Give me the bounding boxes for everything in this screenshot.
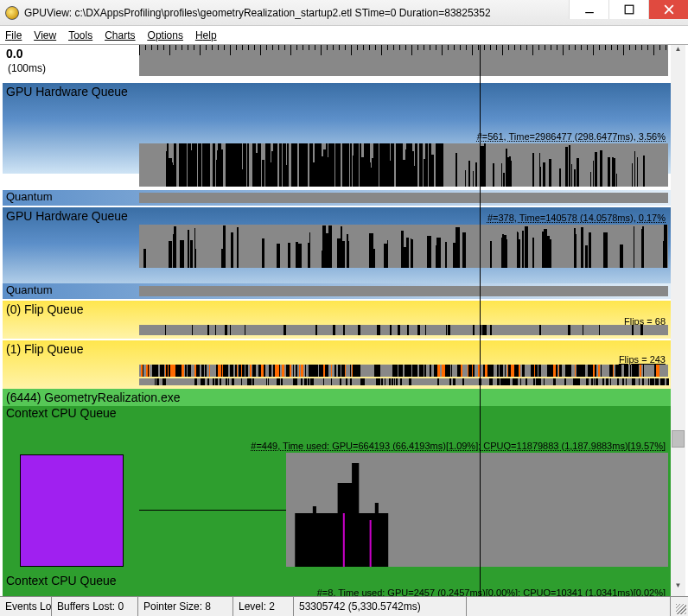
- flip-queue-1-title: (1) Flip Queue: [3, 340, 671, 358]
- menu-charts[interactable]: Charts: [105, 29, 135, 41]
- time-ruler[interactable]: 0.0 (100ms): [3, 45, 671, 83]
- status-events: Events Lo: [0, 597, 52, 616]
- quantum-label-2: Quantum: [6, 283, 52, 296]
- status-empty: [467, 597, 671, 616]
- svg-rect-1: [625, 5, 634, 14]
- gpu-hw-queue-2-stats: #=378, Time=140578 (14.0578ms), 0.17%: [487, 213, 666, 223]
- menu-view[interactable]: View: [34, 29, 56, 41]
- main-panel: 0.0 (100ms) GPU Hardware Queue #=561, Ti…: [3, 45, 685, 596]
- gpu-hw-queue-1: GPU Hardware Queue #=561, Time=2986477 (…: [3, 83, 671, 174]
- status-time: 53305742 (5,330.5742ms): [294, 597, 467, 616]
- quantum-row-2: Quantum: [3, 283, 671, 299]
- context-cpu-queue-2-title: Context CPU Queue: [3, 574, 671, 587]
- ruler-unit: (100ms): [8, 62, 46, 74]
- menu-tools[interactable]: Tools: [68, 29, 92, 41]
- barcode-4b: [139, 378, 668, 385]
- context-cpu-queue-1-thumb[interactable]: [20, 454, 124, 567]
- app-icon: [5, 6, 19, 20]
- cpu-q1-graph[interactable]: [286, 453, 668, 567]
- scroll-down-icon[interactable]: ▼: [671, 581, 685, 596]
- scroll-up-icon[interactable]: ▲: [671, 45, 685, 60]
- close-button[interactable]: [648, 0, 688, 19]
- quantum-graph-2[interactable]: [139, 286, 668, 296]
- gpu-hw-queue-1-title: GPU Hardware Queue: [3, 83, 671, 100]
- gpu-hw-queue-1-stats: #=561, Time=2986477 (298.6477ms), 3.56%: [477, 131, 666, 142]
- flip-queue-1-graph[interactable]: [139, 365, 668, 377]
- context-cpu-queue-1-stats: #=449, Time used: GPU=664193 (66.4193ms)…: [251, 441, 666, 451]
- time-cursor[interactable]: [480, 45, 481, 596]
- gpu-hw-queue-2-graph[interactable]: [139, 225, 668, 268]
- menu-options[interactable]: Options: [148, 29, 183, 41]
- minimize-button[interactable]: [569, 0, 608, 19]
- tracks[interactable]: 0.0 (100ms) GPU Hardware Queue #=561, Ti…: [3, 45, 671, 596]
- process-section: (6444) GeometryRealization.exe Context C…: [3, 389, 671, 596]
- barcode-3: [139, 325, 668, 335]
- ruler-value: 0.0: [6, 47, 22, 60]
- menu-file[interactable]: File: [5, 29, 22, 41]
- flip-queue-0-title: (0) Flip Queue: [3, 301, 671, 318]
- quantum-graph-1[interactable]: [139, 193, 668, 203]
- context-cpu-queue-1-title: Context CPU Queue: [3, 406, 671, 420]
- barcode-1: [139, 143, 668, 187]
- svg-rect-6: [352, 463, 359, 567]
- process-title: (6444) GeometryRealization.exe: [3, 389, 671, 406]
- flip-queue-0: (0) Flip Queue Flips = 68: [3, 301, 671, 339]
- resize-grip-icon[interactable]: [671, 597, 688, 616]
- vertical-scrollbar[interactable]: ▲ ▼: [671, 45, 685, 596]
- scroll-thumb[interactable]: [672, 430, 685, 448]
- flip-queue-1-graph2[interactable]: [139, 378, 668, 385]
- quantum-label-1: Quantum: [6, 190, 52, 203]
- maximize-button[interactable]: [608, 0, 648, 19]
- flip-queue-1-stats: Flips = 243: [619, 354, 666, 365]
- barcode-2: [139, 225, 668, 268]
- ruler-graph[interactable]: [139, 45, 668, 76]
- menubar: File View Tools Charts Options Help: [0, 26, 688, 45]
- status-pointer: Pointer Size: 8: [138, 597, 233, 616]
- flip-queue-0-graph[interactable]: [139, 325, 668, 335]
- flip-queue-1: (1) Flip Queue Flips = 243: [3, 340, 671, 389]
- menu-help[interactable]: Help: [195, 29, 217, 41]
- context-cpu-queue-1: Context CPU Queue #=449, Time used: GPU=…: [3, 406, 671, 574]
- titlebar: GPUView: c:\DXAppsProfiling\profiles\geo…: [0, 0, 688, 26]
- barcode-4: [139, 365, 668, 377]
- svg-rect-8: [375, 503, 379, 567]
- statusbar: Events Lo Buffers Lost: 0 Pointer Size: …: [0, 596, 688, 616]
- context-cpu-queue-2-stats: #=8, Time used: GPU=2457 (0.2457ms)[0.00…: [317, 587, 666, 596]
- context-cpu-queue-2: Context CPU Queue #=8, Time used: GPU=24…: [3, 574, 671, 596]
- cpu-q1-histogram: [286, 453, 668, 567]
- cpu-q1-line: [139, 510, 286, 511]
- quantum-row-1: Quantum: [3, 190, 671, 206]
- status-buffers: Buffers Lost: 0: [52, 597, 138, 616]
- gpu-hw-queue-1-graph[interactable]: [139, 143, 668, 187]
- svg-rect-7: [313, 506, 316, 567]
- status-level: Level: 2: [233, 597, 294, 616]
- window-buttons: [569, 0, 688, 19]
